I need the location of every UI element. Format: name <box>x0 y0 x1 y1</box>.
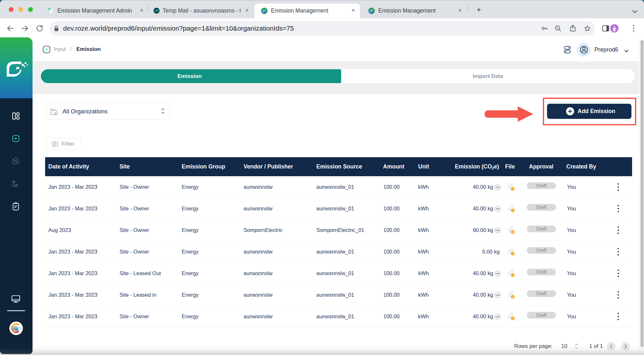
svg-text:!: ! <box>512 209 513 212</box>
svg-text:!: ! <box>512 274 513 277</box>
svg-text:!: ! <box>512 317 513 320</box>
svg-text:!: ! <box>512 187 513 191</box>
svg-text:rganizat: rganizat <box>17 328 22 330</box>
svg-text:!: ! <box>512 231 513 234</box>
svg-text:!: ! <box>512 295 513 299</box>
svg-text:!: ! <box>512 252 513 255</box>
